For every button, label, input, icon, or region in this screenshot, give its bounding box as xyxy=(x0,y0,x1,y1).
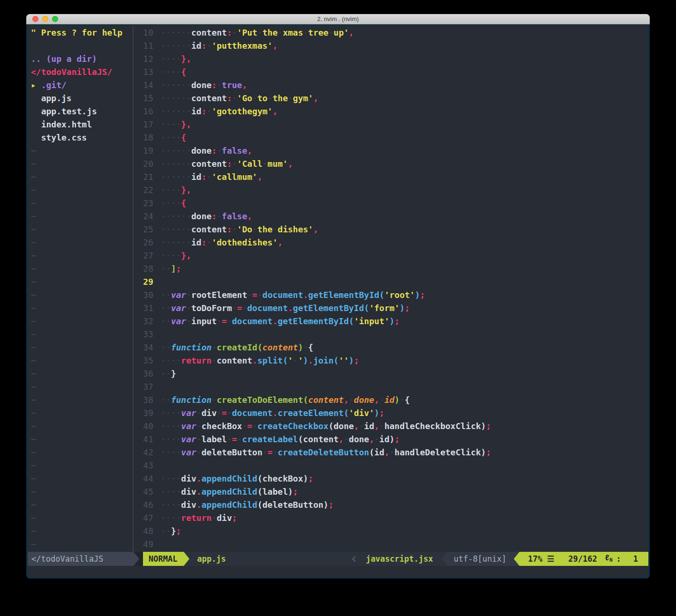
code-line[interactable]: 10······content:·'Put·the·xmas·tree·up', xyxy=(134,26,648,39)
line-number[interactable]: 44 xyxy=(134,472,153,485)
code-line[interactable]: 35····return·content.split('·').join('')… xyxy=(134,354,648,367)
line-number[interactable]: 14 xyxy=(134,79,153,92)
command-line[interactable] xyxy=(28,566,648,577)
line-number[interactable]: 39 xyxy=(134,407,153,420)
code-line[interactable]: 24······done:·false, xyxy=(134,210,648,223)
code-line[interactable]: 31··var·toDoForm·=·document.getElementBy… xyxy=(134,302,648,315)
code-line[interactable]: 26······id:·'dothedishes', xyxy=(134,236,648,249)
code-line[interactable]: 36··} xyxy=(134,367,648,380)
code-line[interactable]: 27····}, xyxy=(134,249,648,262)
line-number[interactable]: 33 xyxy=(134,328,153,341)
line-number[interactable]: 41 xyxy=(134,433,153,446)
line-number[interactable]: 47 xyxy=(134,512,153,525)
code-line[interactable]: 23····{ xyxy=(134,197,648,210)
line-number[interactable]: 15 xyxy=(134,92,153,105)
code-line[interactable]: 15······content:·'Go·to·the·gym', xyxy=(134,92,648,105)
code-line[interactable]: 14······done:·true, xyxy=(134,79,648,92)
line-number[interactable]: 24 xyxy=(134,210,153,223)
line-number[interactable]: 49 xyxy=(134,538,153,551)
line-number[interactable]: 20 xyxy=(134,157,153,171)
code-line[interactable]: 20······content:·'Call·mum', xyxy=(134,157,648,171)
nerdtree-sidebar[interactable]: " Press ? for help.. (up a dir)</todoVan… xyxy=(28,26,133,552)
code-line[interactable]: 40····var·checkBox·=·createCheckbox(done… xyxy=(134,420,648,433)
code-line[interactable]: 47····return·div; xyxy=(134,512,648,525)
code-line[interactable]: 13····{ xyxy=(134,66,648,79)
code-line[interactable]: 41····var·label·=·createLabel(content,·d… xyxy=(134,433,648,446)
line-number[interactable]: 13 xyxy=(134,66,153,79)
line-number[interactable]: 38 xyxy=(134,393,153,407)
code-line[interactable]: 17····}, xyxy=(134,118,648,131)
line-number[interactable]: 46 xyxy=(134,498,153,512)
line-number[interactable]: 32 xyxy=(134,315,153,328)
line-number[interactable]: 26 xyxy=(134,236,153,249)
code-line[interactable]: 42····var·deleteButton·=·createDeleteBut… xyxy=(134,446,648,459)
line-number[interactable]: 11 xyxy=(134,39,153,52)
line-number[interactable]: 45 xyxy=(134,485,153,498)
line-number[interactable]: 21 xyxy=(134,171,153,184)
token: }, xyxy=(181,185,191,195)
zoom-button[interactable] xyxy=(52,16,58,22)
code-line[interactable]: 43 xyxy=(134,459,648,472)
line-number[interactable]: 23 xyxy=(134,197,153,210)
line-number[interactable]: 28 xyxy=(134,262,153,275)
line-number[interactable]: 17 xyxy=(134,118,153,131)
line-number[interactable]: 36 xyxy=(134,367,153,380)
code-line[interactable]: 38··function·createToDoElement(content,·… xyxy=(134,393,648,407)
code-line[interactable]: 25······content:·'Do·the·dishes', xyxy=(134,223,648,236)
line-number[interactable]: 18 xyxy=(134,131,153,144)
cursor-line-number[interactable]: 29 xyxy=(134,275,153,289)
code-line[interactable]: 33 xyxy=(134,328,648,341)
code-line[interactable]: 48··}; xyxy=(134,525,648,538)
code-buffer[interactable]: 10······content:·'Put·the·xmas·tree·up',… xyxy=(134,26,648,552)
line-number[interactable]: 48 xyxy=(134,525,153,538)
close-button[interactable] xyxy=(32,16,38,22)
code-line[interactable]: 12····}, xyxy=(134,52,648,66)
line-number[interactable]: 22 xyxy=(134,184,153,197)
tree-item-app-test-js[interactable]: app.test.js xyxy=(31,105,133,118)
token: handleDeleteClick xyxy=(395,447,481,457)
code-line[interactable]: 19······done:·false, xyxy=(134,144,648,157)
code-line[interactable]: 46····div.appendChild(deleteButton); xyxy=(134,498,648,512)
code-line[interactable]: 39····var·div·=·document.createElement('… xyxy=(134,407,648,420)
code-text: ··function·createId(content)·{ xyxy=(153,341,313,354)
token: : xyxy=(227,159,232,169)
line-number[interactable]: 34 xyxy=(134,341,153,354)
code-line[interactable]: 29 xyxy=(134,275,648,289)
code-line[interactable]: 37 xyxy=(134,380,648,393)
line-number[interactable]: 12 xyxy=(134,52,153,66)
line-number[interactable]: 43 xyxy=(134,459,153,472)
code-line[interactable]: 34··function·createId(content)·{ xyxy=(134,341,648,354)
code-line[interactable]: 22····}, xyxy=(134,184,648,197)
minimize-button[interactable] xyxy=(42,16,48,22)
code-line[interactable]: 44····div.appendChild(checkBox); xyxy=(134,472,648,485)
code-line[interactable]: 28··]; xyxy=(134,262,648,275)
line-number[interactable]: 31 xyxy=(134,302,153,315)
line-number[interactable]: 40 xyxy=(134,420,153,433)
tree-item-up-dir[interactable]: .. (up a dir) xyxy=(31,52,133,66)
line-number[interactable]: 37 xyxy=(134,380,153,393)
line-number[interactable]: 19 xyxy=(134,144,153,157)
code-line[interactable]: 30··var·rootElement·=·document.getElemen… xyxy=(134,289,648,302)
code-line[interactable]: 16······id:·'gotothegym', xyxy=(134,105,648,118)
code-line[interactable]: 18····{ xyxy=(134,131,648,144)
code-line[interactable]: 11······id:·'putthexmas', xyxy=(134,39,648,52)
tree-item-git[interactable]: ▸ .git/ xyxy=(31,79,133,92)
line-number[interactable]: 25 xyxy=(134,223,153,236)
line-number[interactable]: 42 xyxy=(134,446,153,459)
code-line[interactable]: 21······id:·'callmum', xyxy=(134,171,648,184)
tree-root[interactable]: </todoVanillaJS/ xyxy=(31,66,133,79)
line-number[interactable]: 16 xyxy=(134,105,153,118)
code-line[interactable]: 49 xyxy=(134,538,648,551)
tree-item-style-css[interactable]: style.css xyxy=(31,131,133,144)
line-number[interactable]: 27 xyxy=(134,249,153,262)
line-number[interactable]: 35 xyxy=(134,354,153,367)
line-number[interactable]: 30 xyxy=(134,289,153,302)
token: function xyxy=(171,342,212,352)
token: ' xyxy=(298,356,303,365)
code-line[interactable]: 45····div.appendChild(label); xyxy=(134,485,648,498)
tree-item-index-html[interactable]: index.html xyxy=(31,118,133,131)
code-line[interactable]: 32··var·input·=·document.getElementById(… xyxy=(134,315,648,328)
tree-item-app-js[interactable]: app.js xyxy=(31,92,133,105)
token: ; xyxy=(420,290,425,300)
line-number[interactable]: 10 xyxy=(134,26,153,39)
